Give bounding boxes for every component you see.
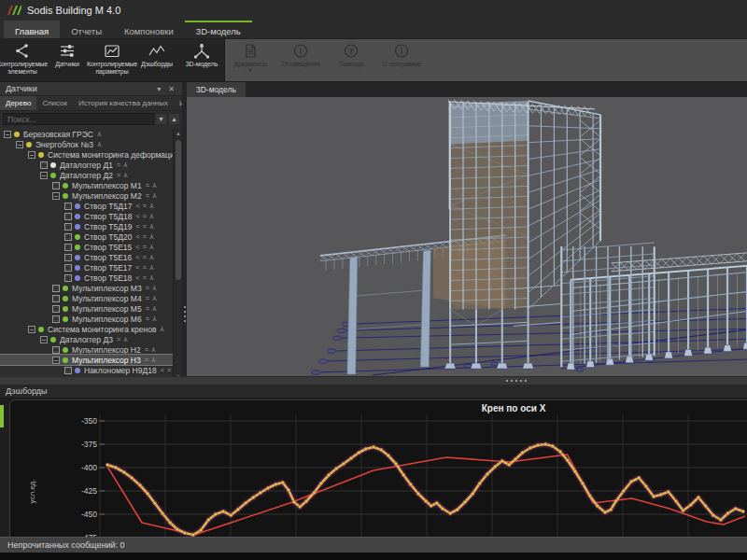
model-icon[interactable]: Y [152,192,157,199]
ribbon-button-exclamation[interactable]: !Оповещения [275,39,326,81]
sort-descending-icon[interactable]: ▼ [155,113,167,125]
tree-item[interactable]: ∷Створ Т5Е18<≈Y [0,273,174,283]
share-icon[interactable]: < [135,212,139,220]
ribbon-button-sparkline[interactable]: Дэшборды [134,39,179,81]
chart-icon[interactable]: ≈ [143,273,147,282]
scrollbar-thumb[interactable] [176,140,181,280]
tree-item[interactable]: ∷Даталоггер Д1≈Y [0,160,174,170]
chart-icon[interactable]: ≈ [167,366,171,374]
tree-item[interactable]: –Система мониторинга деформацийY [0,149,174,160]
model-icon[interactable]: Y [151,346,156,353]
tree-item[interactable]: ∷Мультиплексор М1≈Y [0,180,174,190]
tree-item[interactable]: ∷Мультиплексор М6≈Y [0,314,174,324]
model-icon[interactable]: Y [149,244,154,250]
ribbon-button-sliders[interactable]: Датчики [45,39,90,81]
tree-item[interactable]: ∷Створ Т5Д18<≈Y [0,211,174,221]
tree-item[interactable]: ∷Створ Т5Д20<≈Y [0,231,174,242]
chart-icon[interactable]: ≈ [146,294,149,302]
ribbon-button-question[interactable]: ?Помощь [326,39,376,81]
chart-icon[interactable]: ≈ [146,315,149,323]
3d-viewport[interactable] [187,97,747,376]
menu-tab-1[interactable]: Отчеты [60,21,113,38]
chart-icon[interactable]: ≈ [117,161,120,169]
chart-icon[interactable]: ≈ [117,335,120,343]
model-icon[interactable]: Y [97,141,102,147]
expander-icon[interactable]: – [52,357,60,364]
model-icon[interactable]: Y [97,131,102,137]
expander-icon[interactable]: – [40,172,48,179]
expander-icon[interactable]: – [52,192,60,200]
tree-item[interactable]: ∷Створ Т5Д17<≈Y [0,201,174,211]
model-icon[interactable]: Y [152,295,157,301]
tree-item[interactable]: ∷Мультиплексор М3≈Y [0,283,174,293]
chart-icon[interactable]: ≈ [143,212,147,220]
model-icon[interactable]: Y [152,182,157,189]
tree-scrollbar[interactable]: ▲ ▼ [173,129,182,382]
chart-icon[interactable]: ≈ [145,345,148,354]
tree-item[interactable]: ∷Створ Т5Е15<≈Y [0,242,174,252]
tree-item[interactable]: –Энергоблок №3Y [0,139,174,149]
model-icon[interactable]: Y [151,357,156,363]
tree-item[interactable]: ∷Наклономер Н9Д18<≈Y [0,365,174,375]
model-icon[interactable]: Y [149,274,154,281]
ribbon-button-model[interactable]: 3D-модель [179,39,224,81]
tree-item[interactable]: ∷Створ Т5Е17<≈Y [0,262,174,273]
share-icon[interactable]: < [161,366,164,374]
expander-icon[interactable]: – [40,336,48,343]
search-input[interactable] [3,113,154,125]
panel-tab-2[interactable]: История качества данных [73,96,174,110]
tree-item[interactable]: –Березовская ГРЭСY [0,129,174,139]
ribbon-button-document[interactable]: Документы▾ [225,39,275,81]
expander-icon[interactable]: – [4,131,11,138]
model-icon[interactable]: Y [149,213,154,219]
expander-icon[interactable]: – [16,141,23,148]
model-icon[interactable]: Y [152,285,157,291]
chart-icon[interactable]: ≈ [143,263,147,272]
menu-tab-0[interactable]: Главная [4,21,60,38]
share-icon[interactable]: < [135,263,139,272]
model-icon[interactable]: Y [123,172,128,178]
panel-tab-3[interactable]: История состояния [174,96,182,110]
chevron-down-icon[interactable]: ▾ [153,85,164,93]
tree-item[interactable]: –Система мониторинга креновY [0,324,174,334]
chart-icon[interactable]: ≈ [143,222,147,231]
model-icon[interactable]: Y [160,326,164,332]
expander-icon[interactable]: – [28,151,35,159]
chart-icon[interactable]: ≈ [143,253,147,261]
model-icon[interactable]: Y [152,315,157,322]
expander-icon[interactable]: – [28,326,35,333]
tree-item[interactable]: ∷Створ Т5Е16<≈Y [0,252,174,262]
share-icon[interactable]: < [135,202,139,210]
chart-icon[interactable]: ≈ [117,171,120,179]
ribbon-button-share[interactable]: Контролируемые элементы [0,39,45,81]
model-icon[interactable]: Y [123,336,128,343]
chart-icon[interactable]: ≈ [145,356,148,364]
tree-item[interactable]: –Даталоггер Д2≈Y [0,170,174,180]
chart-icon[interactable]: ≈ [146,191,149,200]
chart-icon[interactable]: ≈ [146,284,149,292]
tab-3d-model[interactable]: 3D-модель [187,82,246,97]
horizontal-splitter[interactable] [0,376,747,385]
model-icon[interactable]: Y [123,161,128,168]
chart-icon[interactable]: ≈ [143,202,147,210]
menu-tab-2[interactable]: Компоновки [113,21,185,38]
tree-item[interactable]: –Мультиплексор Н3≈Y [0,355,174,365]
model-icon[interactable]: Y [152,305,157,312]
tree-item[interactable]: ∷Мультиплексор М4≈Y [0,293,174,303]
collapse-all-icon[interactable]: ▲ [168,113,180,125]
chart-icon[interactable]: ≈ [146,304,149,313]
share-icon[interactable]: < [135,243,139,251]
share-icon[interactable]: < [135,222,139,231]
chart-icon[interactable]: ≈ [146,181,149,189]
tree-item[interactable]: ∷Створ Т5Д19<≈Y [0,221,174,231]
tree-item[interactable]: ∷Мультиплексор М5≈Y [0,303,174,314]
model-icon[interactable]: Y [149,233,154,240]
model-icon[interactable]: Y [149,254,154,260]
model-icon[interactable]: Y [149,223,154,230]
panel-tab-1[interactable]: Список [36,96,73,110]
tree-item[interactable]: ∷Мультиплексор Н2≈Y [0,344,174,355]
panel-tab-0[interactable]: Дерево [0,96,36,110]
chart-icon[interactable]: ≈ [143,243,147,251]
close-icon[interactable]: ✕ [164,85,178,93]
chart-icon[interactable]: ≈ [143,232,147,241]
